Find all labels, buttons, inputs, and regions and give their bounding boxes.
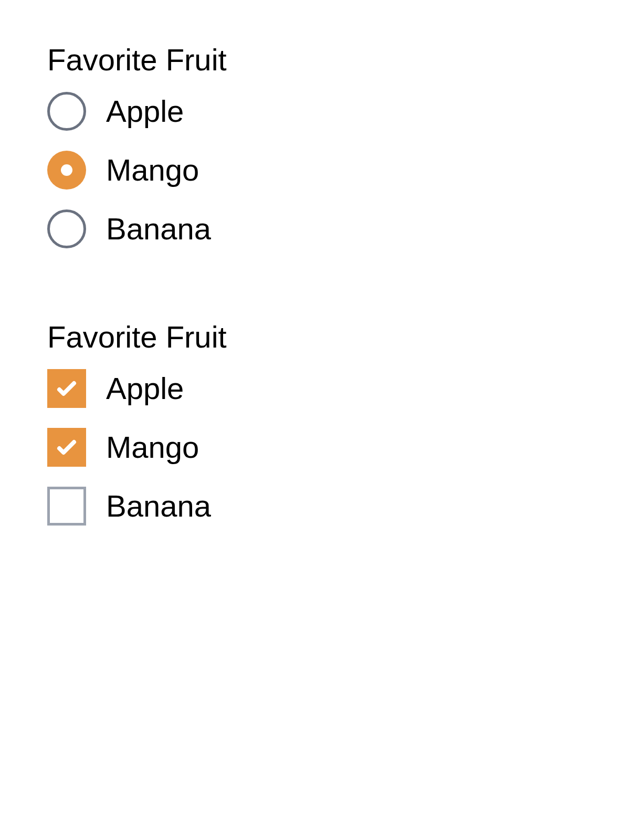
radio-option-mango[interactable]: Mango xyxy=(47,151,595,190)
radio-option-banana[interactable]: Banana xyxy=(47,209,595,248)
checkbox-option-label: Apple xyxy=(106,373,184,404)
checkbox-checked-icon xyxy=(47,369,86,408)
checkbox-checked-icon xyxy=(47,428,86,467)
radio-option-apple[interactable]: Apple xyxy=(47,92,595,131)
radio-button-icon xyxy=(47,209,86,248)
checkbox-icon xyxy=(47,487,86,526)
radio-option-label: Apple xyxy=(106,96,184,127)
radio-option-label: Mango xyxy=(106,155,199,185)
checkbox-option-mango[interactable]: Mango xyxy=(47,428,595,467)
radio-group-title: Favorite Fruit xyxy=(47,42,595,77)
checkbox-group-title: Favorite Fruit xyxy=(47,319,595,354)
checkbox-group: Favorite Fruit Apple Mango Banana xyxy=(47,319,595,526)
radio-option-label: Banana xyxy=(106,214,211,244)
radio-group: Favorite Fruit Apple Mango Banana xyxy=(47,42,595,248)
radio-button-icon xyxy=(47,92,86,131)
checkbox-option-banana[interactable]: Banana xyxy=(47,487,595,526)
checkbox-option-label: Mango xyxy=(106,432,199,463)
radio-button-selected-icon xyxy=(47,151,86,190)
checkbox-option-label: Banana xyxy=(106,491,211,521)
checkbox-option-apple[interactable]: Apple xyxy=(47,369,595,408)
